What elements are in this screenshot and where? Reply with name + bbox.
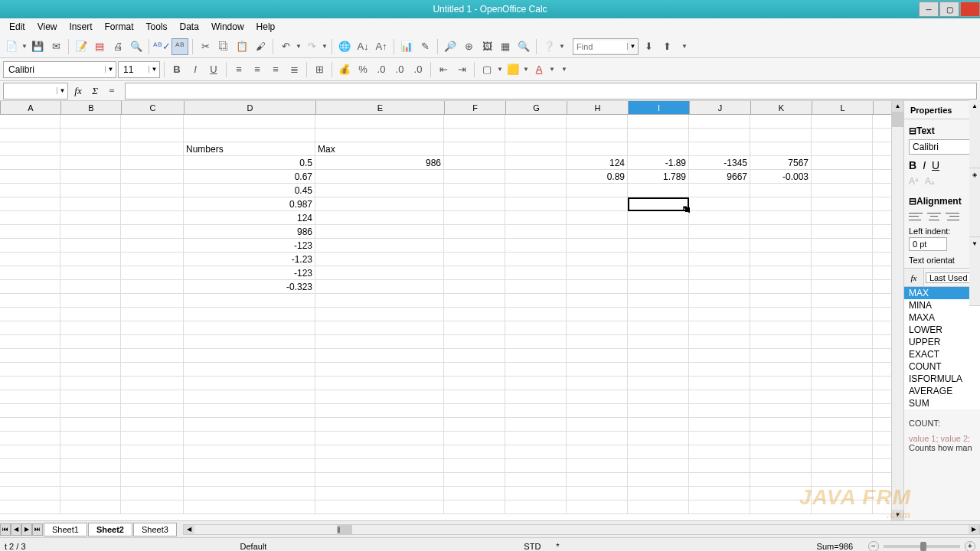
- cell[interactable]: [60, 487, 121, 500]
- cell[interactable]: [567, 197, 628, 210]
- cell[interactable]: [628, 197, 689, 210]
- cell[interactable]: [567, 335, 628, 348]
- cell[interactable]: [315, 184, 444, 197]
- cell[interactable]: [315, 266, 444, 279]
- cell[interactable]: [184, 349, 315, 362]
- cell[interactable]: [0, 377, 60, 390]
- cell[interactable]: [60, 280, 121, 293]
- cell[interactable]: [60, 377, 121, 390]
- col-header-F[interactable]: F: [445, 101, 506, 114]
- cell[interactable]: [184, 377, 315, 390]
- col-header-C[interactable]: C: [122, 101, 185, 114]
- cell[interactable]: [184, 487, 315, 500]
- cell[interactable]: [567, 142, 628, 155]
- cell[interactable]: [505, 390, 567, 403]
- cell[interactable]: [750, 432, 812, 445]
- cell[interactable]: 0.89: [567, 170, 628, 183]
- cell[interactable]: [505, 445, 567, 458]
- cell[interactable]: [121, 211, 184, 224]
- superscript-icon[interactable]: Aᵃ: [909, 176, 919, 187]
- col-header-D[interactable]: D: [185, 101, 316, 114]
- cell[interactable]: -123: [184, 266, 315, 279]
- cell[interactable]: [689, 432, 750, 445]
- cell[interactable]: [750, 377, 812, 390]
- cell[interactable]: [315, 418, 444, 431]
- cell[interactable]: [750, 418, 812, 431]
- cell[interactable]: [812, 459, 873, 472]
- cell[interactable]: [812, 184, 873, 197]
- cell[interactable]: [750, 335, 812, 348]
- cell[interactable]: [505, 473, 567, 486]
- cell[interactable]: [315, 473, 444, 486]
- zoom-in-button[interactable]: +: [965, 541, 975, 552]
- function-item[interactable]: COUNT: [904, 360, 980, 373]
- cell[interactable]: [184, 418, 315, 431]
- cell[interactable]: [60, 445, 121, 458]
- cell[interactable]: [812, 404, 873, 417]
- cell[interactable]: [812, 142, 873, 155]
- menu-help[interactable]: Help: [250, 20, 282, 34]
- cell[interactable]: [812, 308, 873, 321]
- sum-button[interactable]: Σ: [88, 84, 102, 98]
- cell[interactable]: 0.987: [184, 197, 315, 210]
- cell[interactable]: [60, 266, 121, 279]
- cell[interactable]: [315, 129, 444, 142]
- align-center-button[interactable]: ≡: [249, 61, 266, 78]
- font-size-select[interactable]: 11▼: [118, 61, 160, 78]
- cell[interactable]: [812, 197, 873, 210]
- cell[interactable]: [0, 500, 60, 514]
- col-header-J[interactable]: J: [690, 101, 751, 114]
- italic-button[interactable]: I: [187, 61, 204, 78]
- cell[interactable]: [121, 294, 184, 307]
- cell[interactable]: [444, 418, 505, 431]
- col-header-G[interactable]: G: [506, 101, 567, 114]
- cell[interactable]: [0, 156, 60, 169]
- sum-display[interactable]: Sum=986: [817, 542, 853, 551]
- underline-button[interactable]: U: [205, 61, 222, 78]
- show-draw-button[interactable]: ✎: [416, 38, 433, 55]
- cell[interactable]: [567, 418, 628, 431]
- cell[interactable]: [750, 459, 812, 472]
- cell[interactable]: [0, 266, 60, 279]
- inc-indent-button[interactable]: ⇥: [453, 61, 470, 78]
- cell[interactable]: [121, 253, 184, 266]
- cell[interactable]: [444, 308, 505, 321]
- cell[interactable]: 0.67: [184, 170, 315, 183]
- cell[interactable]: [567, 184, 628, 197]
- cell[interactable]: [628, 115, 689, 128]
- paste-button[interactable]: 📋: [234, 38, 250, 55]
- cell[interactable]: [60, 129, 121, 142]
- cell[interactable]: [184, 459, 315, 472]
- cell[interactable]: [812, 349, 873, 362]
- cell[interactable]: [60, 321, 121, 334]
- cell[interactable]: [315, 211, 444, 224]
- sidebar-underline-button[interactable]: U: [932, 159, 939, 171]
- col-header-A[interactable]: A: [1, 101, 61, 114]
- align-right-button[interactable]: ≡: [267, 61, 284, 78]
- cell[interactable]: [567, 115, 628, 128]
- col-header-E[interactable]: E: [316, 101, 445, 114]
- cell[interactable]: [750, 197, 812, 210]
- redo-button[interactable]: ↷: [303, 38, 320, 55]
- cell[interactable]: [812, 253, 873, 266]
- cell[interactable]: [60, 294, 121, 307]
- cell[interactable]: 7567: [750, 156, 812, 169]
- cell[interactable]: [315, 445, 444, 458]
- cell[interactable]: [505, 500, 567, 514]
- cell[interactable]: [505, 404, 567, 417]
- cell[interactable]: [812, 445, 873, 458]
- cell[interactable]: [689, 363, 750, 376]
- cell[interactable]: [444, 170, 505, 183]
- col-header-H[interactable]: H: [567, 101, 629, 114]
- sidebar-italic-button[interactable]: I: [923, 159, 926, 171]
- cell[interactable]: [315, 500, 444, 514]
- cell[interactable]: [812, 473, 873, 486]
- cell[interactable]: [444, 156, 505, 169]
- cell[interactable]: [628, 225, 689, 238]
- cell[interactable]: [812, 390, 873, 403]
- sheet-tab-2[interactable]: Sheet2: [88, 523, 132, 536]
- cell[interactable]: [315, 390, 444, 403]
- cell[interactable]: [689, 115, 750, 128]
- prev-sheet-button[interactable]: ◀: [11, 523, 21, 536]
- cell[interactable]: [505, 363, 567, 376]
